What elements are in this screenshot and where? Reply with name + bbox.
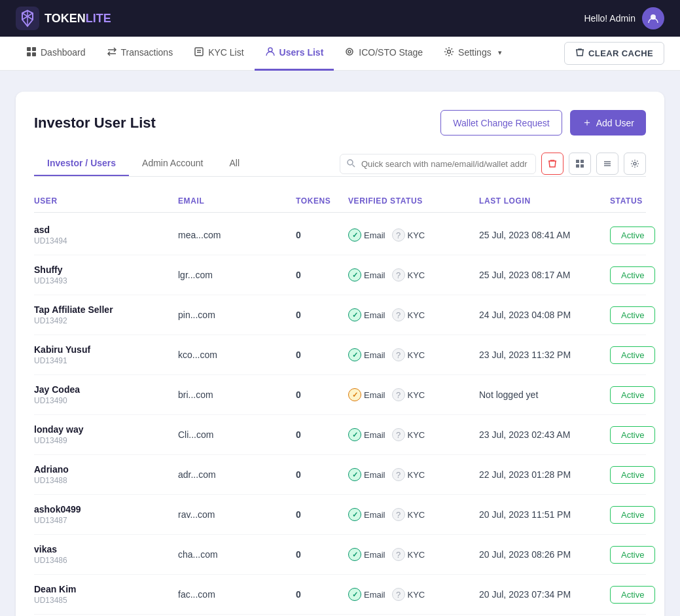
svg-point-13 (268, 48, 272, 52)
email-label: Email (364, 430, 385, 440)
list-icon-button[interactable] (596, 153, 618, 175)
clear-cache-button[interactable]: CLEAR CACHE (564, 42, 664, 65)
cell-email: cha...com (178, 549, 296, 560)
cell-tokens: 0 (296, 350, 348, 360)
svg-point-16 (448, 50, 451, 53)
tab-investor-users[interactable]: Investor / Users (34, 151, 129, 176)
cell-user: vikas UD13486 (34, 544, 178, 565)
status-badge[interactable]: Active (610, 306, 655, 324)
cell-email: bri...com (178, 390, 296, 400)
cell-user: Tap Affiliate Seller UD13492 (34, 304, 178, 325)
email-verified: ✓ Email (348, 308, 385, 321)
svg-rect-21 (576, 164, 579, 168)
users-label: Users List (279, 47, 324, 58)
user-name: vikas (34, 544, 178, 554)
user-name: londay way (34, 424, 178, 435)
email-check-icon: ✓ (348, 588, 361, 601)
cell-last-login: 20 Jul, 2023 08:26 PM (479, 549, 610, 560)
svg-rect-20 (581, 160, 584, 163)
status-badge[interactable]: Active (610, 346, 655, 364)
cell-user: Jay Codea UD13490 (34, 384, 178, 405)
cell-tokens: 0 (296, 270, 348, 280)
email-verified: ✓ Email (348, 468, 385, 481)
kyc-check-icon: ? (392, 588, 405, 601)
sidebar-item-ico-sto[interactable]: ICO/STO Stage (334, 37, 433, 71)
kyc-check-icon: ? (392, 308, 405, 321)
add-user-label: Add User (596, 118, 634, 128)
search-input[interactable] (340, 154, 536, 174)
cell-user: Dean Kim UD13485 (34, 584, 178, 605)
transactions-label: Transactions (121, 47, 173, 58)
tab-admin-account[interactable]: Admin Account (129, 151, 216, 176)
header-buttons: Wallet Change Request ＋ Add User (440, 110, 646, 136)
user-name: ashok0499 (34, 504, 178, 515)
cell-user: Adriano UD13488 (34, 464, 178, 485)
cell-tokens: 0 (296, 549, 348, 560)
search-icon (346, 158, 355, 170)
table-row: Tap Affiliate Seller UD13492 pin...com 0… (34, 295, 646, 335)
logo[interactable]: TOKENLITE (16, 7, 111, 30)
sidebar-item-users-list[interactable]: Users List (255, 37, 334, 71)
status-badge[interactable]: Active (610, 506, 655, 524)
email-label: Email (364, 310, 385, 320)
cell-last-login: 25 Jul, 2023 08:17 AM (479, 270, 610, 280)
page-title: Investor User List (34, 115, 156, 132)
kyc-check-icon: ? (392, 548, 405, 561)
add-user-button[interactable]: ＋ Add User (570, 110, 646, 136)
cell-last-login: 20 Jul, 2023 11:51 PM (479, 509, 610, 520)
col-user: USER (34, 196, 178, 206)
avatar[interactable] (642, 7, 664, 29)
email-check-icon: ✓ (348, 228, 361, 242)
email-check-icon: ✓ (348, 308, 361, 321)
settings-icon-button[interactable] (624, 153, 646, 175)
settings-icon (444, 46, 454, 59)
sidebar-item-dashboard[interactable]: Dashboard (16, 37, 96, 71)
tab-all[interactable]: All (216, 151, 253, 176)
email-label: Email (364, 470, 385, 480)
cell-verified: ✓ Email ? KYC (348, 548, 479, 561)
dashboard-label: Dashboard (41, 47, 86, 58)
email-check-icon: ✓ (348, 428, 361, 441)
user-id: UD13490 (34, 396, 178, 405)
user-id: UD13488 (34, 476, 178, 485)
cell-verified: ✓ Email ? KYC (348, 268, 479, 281)
svg-point-15 (348, 50, 351, 53)
status-badge[interactable]: Active (610, 586, 655, 604)
kyc-verified: ? KYC (392, 428, 425, 441)
kyc-label: KYC (408, 350, 425, 360)
delete-icon-button[interactable] (541, 153, 564, 175)
status-badge[interactable]: Active (610, 226, 655, 244)
svg-rect-7 (32, 47, 36, 51)
svg-rect-6 (27, 47, 31, 51)
kyc-label: KYC (408, 550, 425, 560)
email-verified: ✓ Email (348, 388, 385, 401)
cell-verified: ✓ Email ? KYC (348, 428, 479, 441)
grid-icon-button[interactable] (569, 153, 591, 175)
kyc-label: KYC (408, 470, 425, 480)
email-label: Email (364, 270, 385, 280)
status-badge[interactable]: Active (610, 266, 655, 284)
ico-label: ICO/STO Stage (359, 47, 423, 58)
status-badge[interactable]: Active (610, 386, 655, 404)
svg-rect-22 (581, 164, 584, 168)
users-card: Investor User List Wallet Change Request… (16, 92, 664, 616)
svg-rect-8 (27, 52, 31, 56)
kyc-label: KYC (408, 510, 425, 520)
svg-rect-19 (576, 160, 579, 163)
email-label: Email (364, 550, 385, 560)
sidebar-item-transactions[interactable]: Transactions (96, 37, 184, 71)
wallet-change-button[interactable]: Wallet Change Request (440, 110, 562, 136)
sidebar-item-kyc-list[interactable]: KYC List (183, 37, 254, 71)
status-badge[interactable]: Active (610, 546, 655, 564)
sidebar-item-settings[interactable]: Settings ▾ (433, 37, 512, 71)
cell-tokens: 0 (296, 509, 348, 520)
status-badge[interactable]: Active (610, 426, 655, 444)
email-label: Email (364, 590, 385, 600)
kyc-label: KYC (408, 310, 425, 320)
kyc-check-icon: ? (392, 388, 405, 401)
col-status: STATUS (610, 196, 680, 206)
status-badge[interactable]: Active (610, 466, 655, 484)
kyc-check-icon: ? (392, 508, 405, 521)
cell-verified: ✓ Email ? KYC (348, 308, 479, 321)
cell-last-login: 25 Jul, 2023 08:41 AM (479, 230, 610, 240)
